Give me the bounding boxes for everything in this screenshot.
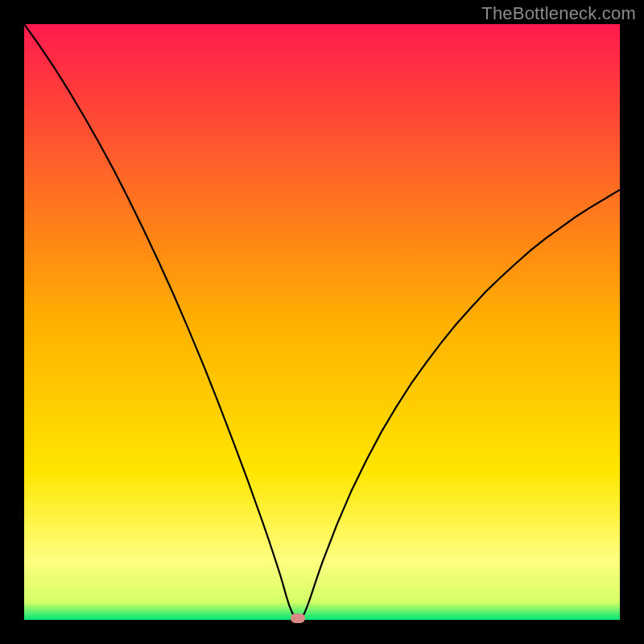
minimum-marker bbox=[291, 613, 305, 623]
gradient-background bbox=[24, 24, 620, 620]
chart-frame: TheBottleneck.com bbox=[0, 0, 644, 644]
watermark-text: TheBottleneck.com bbox=[481, 3, 636, 24]
gradient-plot bbox=[24, 24, 620, 620]
plot-area bbox=[24, 24, 620, 620]
